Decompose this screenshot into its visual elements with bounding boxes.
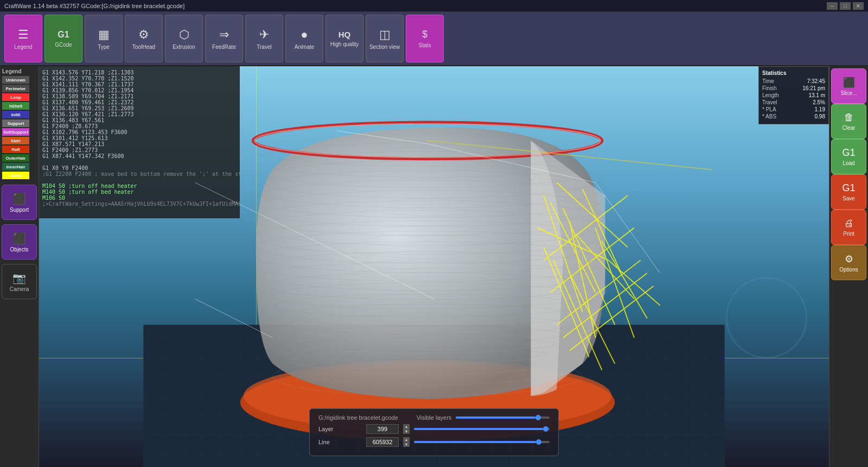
support-icon: ⬛ xyxy=(12,192,26,205)
legend-item-perimeter[interactable]: Perimeter xyxy=(2,85,37,92)
stats-row-label: Travel xyxy=(762,99,777,105)
camera-icon: 📷 xyxy=(12,272,26,285)
legend-icon: ☰ xyxy=(18,28,29,42)
visible-layers-slider[interactable] xyxy=(456,416,550,419)
objects-button[interactable]: ⬛ Objects xyxy=(2,224,37,260)
app-title: CraftWare 1.14 beta #32757 GCode:[G:/rig… xyxy=(4,3,184,9)
toolbar: ☰ Legend G1 GCode ▦ Type ⚙ ToolHead ⬡ Ex… xyxy=(0,12,868,66)
travel-icon: ✈ xyxy=(259,28,269,42)
type-label: Type xyxy=(98,44,110,50)
legend-item-infill[interactable]: Infill xyxy=(2,111,37,118)
legend-item-travel[interactable]: Travel xyxy=(2,172,37,179)
stats-label: Stats xyxy=(419,42,431,48)
legend-item-loop[interactable]: Loop xyxy=(2,93,37,101)
stats-row-value: 1.19 xyxy=(815,106,825,112)
clear-button[interactable]: 🗑Clear xyxy=(831,104,866,139)
sectionview-icon: ◫ xyxy=(379,28,391,42)
travel-button[interactable]: ✈ Travel xyxy=(245,15,283,62)
titlebar: CraftWare 1.14 beta #32757 GCode:[G:/rig… xyxy=(0,0,868,12)
slice-icon: ⬛ xyxy=(843,77,855,89)
stats-row-time: Time7:32:45 xyxy=(762,78,825,84)
legend-item-skirt[interactable]: Skirt xyxy=(2,137,37,144)
legend-item-outerhair[interactable]: OuterHair xyxy=(2,154,37,162)
highquality-icon: HQ xyxy=(339,30,351,39)
maximize-button[interactable]: □ xyxy=(840,2,851,10)
toolhead-label: ToolHead xyxy=(132,44,155,50)
travel-label: Travel xyxy=(257,44,271,50)
legend-item-unknown[interactable]: Unknown xyxy=(2,76,37,84)
line-slider[interactable] xyxy=(414,441,550,443)
minimize-button[interactable]: ─ xyxy=(827,2,838,10)
animate-icon: ● xyxy=(301,28,308,42)
print-icon: 🖨 xyxy=(844,218,854,229)
gcode-icon: G1 xyxy=(58,30,69,40)
svg-line-38 xyxy=(602,241,647,318)
animate-button[interactable]: ● Animate xyxy=(285,15,323,62)
stats-row-label: * ABS xyxy=(762,113,776,119)
sectionview-button[interactable]: ◫ Section view xyxy=(366,15,404,62)
stats-icon: $ xyxy=(422,29,427,40)
extrusion-icon: ⬡ xyxy=(179,28,189,42)
slice-button[interactable]: ⬛Slice... xyxy=(831,68,866,104)
stats-row-value: 0.98 xyxy=(815,113,825,119)
extrusion-button[interactable]: ⬡ Extrusion xyxy=(165,15,203,62)
objects-label: Objects xyxy=(10,247,29,253)
clear-icon: 🗑 xyxy=(844,112,854,123)
line-input[interactable] xyxy=(366,437,399,447)
type-icon: ▦ xyxy=(98,28,110,42)
highquality-label: High quality xyxy=(330,41,359,47)
line-down-arrow[interactable]: ▼ xyxy=(403,442,410,447)
legend-title: Legend xyxy=(2,68,37,74)
type-button[interactable]: ▦ Type xyxy=(85,15,123,62)
camera-label: Camera xyxy=(10,286,29,292)
stats-panel: Statistics Time7:32:45Finish16:21 pmLeng… xyxy=(758,66,829,124)
legend-item-support[interactable]: Support xyxy=(2,119,37,127)
layer-up-arrow[interactable]: ▲ xyxy=(403,424,410,429)
gcode-button[interactable]: G1 GCode xyxy=(44,15,82,62)
extrusion-label: Extrusion xyxy=(173,44,195,50)
layer-slider[interactable] xyxy=(414,428,550,430)
close-button[interactable]: ✕ xyxy=(853,2,864,10)
save-button[interactable]: G1Save xyxy=(831,174,866,210)
legend-panel: Legend UnknownPerimeterLoophShellInfillS… xyxy=(0,66,39,182)
support-button[interactable]: ⬛ Support xyxy=(2,185,37,220)
stats-button[interactable]: $ Stats xyxy=(406,15,444,62)
stats-rows: Time7:32:45Finish16:21 pmLength13.1 mTra… xyxy=(762,78,825,119)
layer-down-arrow[interactable]: ▼ xyxy=(403,429,410,434)
legend-item-softsupport[interactable]: SoftSupport xyxy=(2,128,37,136)
stats-row-finish: Finish16:21 pm xyxy=(762,85,825,91)
support-label: Support xyxy=(10,207,29,213)
toolhead-button[interactable]: ⚙ ToolHead xyxy=(125,15,163,62)
layer-spinner[interactable]: ▲ ▼ xyxy=(403,424,410,434)
legend-item-hshell[interactable]: hShell xyxy=(2,102,37,110)
slice-label: Slice... xyxy=(840,90,857,96)
layer-input[interactable] xyxy=(366,424,399,434)
stats-row-label: Finish xyxy=(762,85,777,91)
line-spinner[interactable]: ▲ ▼ xyxy=(403,437,410,447)
options-label: Options xyxy=(839,267,858,273)
right-buttons-container: ⬛Slice...🗑ClearG1LoadG1Save🖨Print⚙Option… xyxy=(831,68,866,280)
print-button[interactable]: 🖨Print xyxy=(831,210,866,245)
legend-item-innerhair[interactable]: InnerHair xyxy=(2,163,37,171)
svg-line-49 xyxy=(596,182,660,273)
viewport[interactable]: G1 X143.576 Y71.218 ;Z1.1303G1 X142.352 … xyxy=(39,66,829,467)
toolhead-icon: ⚙ xyxy=(138,28,149,42)
camera-button[interactable]: 📷 Camera xyxy=(2,264,37,299)
feedrate-label: FeedRate xyxy=(212,44,236,50)
filename-label: G:/rigidink tree bracelet.gcode xyxy=(318,414,412,421)
gcode-label: GCode xyxy=(55,42,72,48)
stats-row-travel: Travel2.5% xyxy=(762,99,825,105)
visible-layers-label: Visible layers xyxy=(417,414,452,421)
stats-row-value: 16:21 pm xyxy=(802,85,825,91)
feedrate-button[interactable]: ⇒ FeedRate xyxy=(205,15,243,62)
legend-items: UnknownPerimeterLoophShellInfillSupportS… xyxy=(2,76,37,179)
legend-item-raft[interactable]: Raft xyxy=(2,146,37,153)
highquality-button[interactable]: HQ High quality xyxy=(326,15,363,62)
save-icon: G1 xyxy=(842,182,855,194)
layer-label: Layer xyxy=(318,426,362,432)
stats-row-value: 2.5% xyxy=(813,99,825,105)
load-button[interactable]: G1Load xyxy=(831,139,866,174)
options-button[interactable]: ⚙Options xyxy=(831,245,866,280)
line-up-arrow[interactable]: ▲ xyxy=(403,437,410,442)
legend-button[interactable]: ☰ Legend xyxy=(4,15,42,62)
